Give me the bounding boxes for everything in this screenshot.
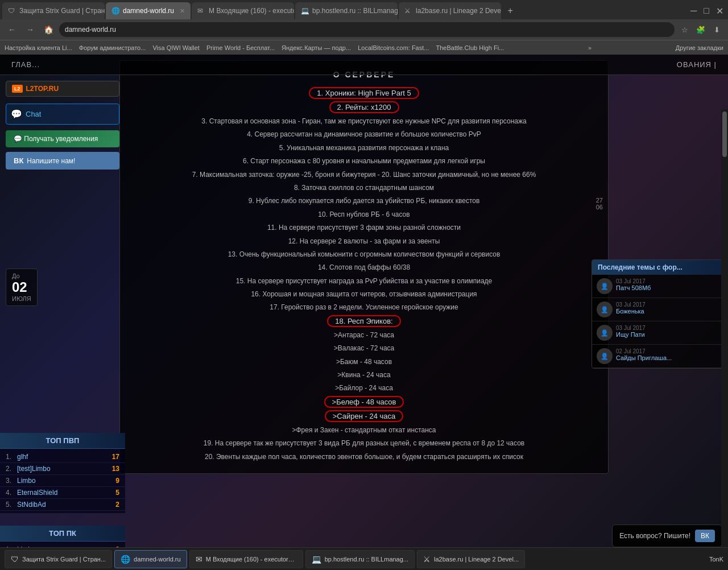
address-text: damned-world.ru (65, 26, 116, 34)
pvp-rank-4: 4. (6, 489, 17, 497)
extensions-button[interactable]: 🧩 (694, 23, 708, 36)
bookmark-qiwi[interactable]: Visa QIWI Wallet (152, 44, 200, 51)
forward-button[interactable]: → (23, 22, 38, 37)
bookmark-nastroika[interactable]: Настройка клиента Li... (5, 44, 72, 51)
about-item-18-wrapper: 18. Респ Эпиков: (134, 315, 594, 327)
tab-bar: 🛡 Защита Strix Guard | Стран... ✕ 🌐 damn… (0, 0, 728, 19)
skype-chat-box[interactable]: 💬 Chat (6, 104, 119, 125)
about-item-1: 1. Хроники: High Five Part 5 (309, 87, 419, 99)
close-button[interactable]: ✕ (714, 6, 726, 16)
minimize-button[interactable]: ─ (688, 6, 699, 16)
about-item-18-belef-wrapper: >Белеф - 48 часов (134, 396, 594, 408)
chat-bubble: Есть вопрос? Пишите! ВК (612, 524, 722, 547)
top-pk-title: ТОП ПК (0, 526, 125, 542)
pvp-rank-5: 5. (6, 501, 17, 509)
forum-thread-4[interactable]: Сайды Приглаша... (616, 354, 723, 361)
pvp-score-5: 2 (115, 501, 119, 509)
about-item-18: 18. Респ Эпиков: (327, 315, 400, 327)
taskbar-icon-hostlend: 💻 (312, 555, 321, 564)
about-item-7: 7. Максимальная заточка: оружие -25, бро… (134, 169, 594, 180)
right-date: 27 06 (596, 197, 603, 210)
forum-thread-3[interactable]: Ищу Пати (616, 331, 723, 338)
browser-chrome: 🛡 Защита Strix Guard | Стран... ✕ 🌐 damn… (0, 0, 728, 55)
address-bar[interactable]: damned-world.ru (59, 22, 675, 37)
bookmark-forum[interactable]: Форум администрато... (79, 44, 146, 51)
forum-content-1: 03 Jul 2017 Патч 508Мб (616, 278, 723, 291)
right-date-2: 06 (596, 204, 603, 210)
taskbar-item-mail[interactable]: ✉ M Входящие (160) - executor3... (189, 550, 303, 568)
bookmark-localbitcoins[interactable]: LocalBitcoins.com: Fast... (358, 44, 429, 51)
forum-avatar-1: 👤 (597, 278, 613, 294)
bookmark-prime[interactable]: Prime World - Бесплат... (206, 44, 275, 51)
vk-write-label: Напишите нам! (27, 157, 75, 165)
skype-label: Chat (26, 110, 41, 118)
pvp-name-3[interactable]: Limbo (17, 477, 115, 485)
about-item-14: 14. Слотов под баффы 60/38 (134, 262, 594, 273)
forum-date-3: 03 Jul 2017 (616, 325, 723, 331)
new-tab-button[interactable]: + (502, 3, 518, 19)
scrollbar-thumb[interactable] (722, 111, 727, 157)
l2top-badge[interactable]: L2 L2TOP.RU (6, 81, 119, 97)
bookmark-star-button[interactable]: ☆ (678, 23, 692, 36)
download-button[interactable]: ⬇ (710, 23, 723, 36)
about-item-18-bayum: >Баюм - 48 часов (134, 356, 594, 367)
taskbar-label-damned: damned-world.ru (134, 556, 181, 563)
taskbar-item-damned[interactable]: 🌐 damned-world.ru (114, 550, 187, 568)
forum-title: Последние темы с фор... (592, 260, 727, 275)
forum-date-2: 03 Jul 2017 (616, 301, 723, 308)
calendar-month: ИЮЛЯ (12, 295, 31, 302)
forum-date-1: 03 Jul 2017 (616, 278, 723, 284)
tab-damned[interactable]: 🌐 damned-world.ru ✕ (106, 2, 191, 19)
bookmark-thebattle[interactable]: TheBattle.Club High Fi... (436, 44, 504, 51)
taskbar-icon-strix: 🛡 (11, 555, 19, 564)
pvp-name-4[interactable]: EternalShield (17, 489, 115, 497)
about-item-17: 17. Геройство раз в 2 недели. Усиленное … (134, 301, 594, 313)
about-item-20: 20. Эвенты каждые пол часа, количество э… (134, 451, 594, 462)
nav-item-home[interactable]: ГЛАВ... (11, 60, 40, 69)
pvp-name-1[interactable]: glhf (17, 453, 112, 461)
right-date-1: 27 (596, 197, 603, 204)
about-item-18-kvina: >Квина - 24 часа (134, 369, 594, 381)
back-button[interactable]: ← (5, 22, 19, 37)
forum-thread-2[interactable]: Боженька (616, 308, 723, 315)
bookmarks-more-button[interactable]: » (588, 44, 592, 51)
about-item-18-belef: >Белеф - 48 часов (324, 396, 404, 408)
about-item-11: 11. На сервере присутствует 3 фарм зоны … (134, 222, 594, 233)
forum-avatar-2: 👤 (597, 301, 613, 317)
maximize-button[interactable]: □ (701, 6, 712, 16)
taskbar-item-hostlend[interactable]: 💻 bp.hostlend.ru :: BILLmanag... (305, 550, 415, 568)
pvp-name-5[interactable]: StNdibAd (17, 501, 115, 509)
about-item-3: 3. Стартовая и основная зона - Гиран, та… (134, 115, 594, 127)
right-scrollbar[interactable] (721, 109, 728, 570)
tab-close-damned[interactable]: ✕ (180, 7, 185, 15)
pvp-name-2[interactable]: [test]Limbo (17, 465, 112, 473)
vk-icon: ВК (14, 156, 23, 165)
forum-item-4: 👤 02 Jul 2017 Сайды Приглаша... (592, 345, 727, 368)
home-button[interactable]: 🏠 (41, 22, 56, 37)
calendar-prefix: До (12, 272, 31, 279)
vk-write-button[interactable]: ВК Напишите нам! (6, 152, 119, 170)
page-content: ГЛАВ... ОВАНИЯ | L2 L2TOP.RU 💬 Chat 💬 По… (0, 55, 728, 570)
taskbar-icon-la2base: ⚔ (423, 555, 431, 564)
forum-item-3: 👤 03 Jul 2017 Ищу Пати (592, 321, 727, 345)
bookmark-yandex[interactable]: Яндекс.Карты — подр... (282, 44, 351, 51)
top-pvp-title: ТОП ПВП (0, 433, 125, 449)
about-item-12: 12. На сервере 2 валюты - за фарм и за э… (134, 236, 594, 247)
pvp-score-4: 5 (115, 489, 119, 497)
browser-actions: ☆ 🧩 ⬇ (678, 23, 723, 36)
taskbar-item-strix[interactable]: 🛡 Защита Strix Guard | Стран... (5, 550, 112, 568)
nav-item-right[interactable]: ОВАНИЯ | (677, 60, 717, 69)
l2top-label: L2TOP.RU (26, 85, 59, 93)
notify-button[interactable]: 💬 Получать уведомления (6, 130, 119, 147)
tab-la2base[interactable]: ⚔ la2base.ru | Lineage 2 Devel... ✕ (399, 2, 501, 19)
tab-hostlend[interactable]: 💻 bp.hostlend.ru :: BILLmanag... ✕ (295, 2, 398, 19)
taskbar-item-la2base[interactable]: ⚔ la2base.ru | Lineage 2 Devel... (417, 550, 525, 568)
vk-chat-button[interactable]: ВК (695, 530, 715, 542)
forum-thread-1[interactable]: Патч 508Мб (616, 284, 723, 291)
main-content: О СЕРВЕРЕ 1. Хроники: High Five Part 5 2… (114, 55, 614, 570)
forum-content-4: 02 Jul 2017 Сайды Приглаша... (616, 348, 723, 361)
other-bookmarks-button[interactable]: Другие закладки (676, 44, 723, 51)
tab-strix[interactable]: 🛡 Защита Strix Guard | Стран... ✕ (2, 2, 105, 19)
about-item-15: 15. На сервере присутствует награда за P… (134, 275, 594, 287)
tab-mail[interactable]: ✉ M Входящие (160) - executor3... ✕ (192, 2, 294, 19)
